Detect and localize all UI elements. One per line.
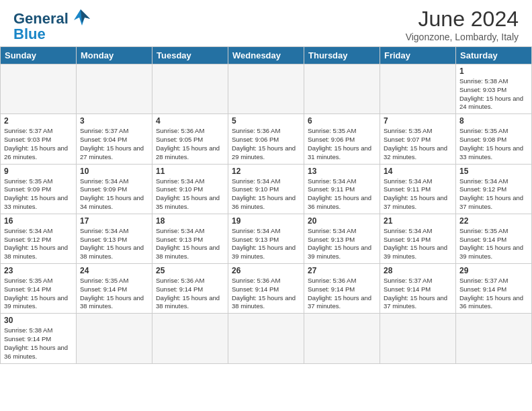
day-number: 15 bbox=[459, 167, 528, 176]
day-number: 9 bbox=[4, 167, 73, 176]
day-info: Sunrise: 5:35 AMSunset: 9:14 PMDaylight:… bbox=[80, 277, 148, 311]
day-info: Sunrise: 5:36 AMSunset: 9:06 PMDaylight:… bbox=[232, 127, 300, 161]
day-number: 19 bbox=[232, 216, 300, 226]
calendar-cell: 23Sunrise: 5:35 AMSunset: 9:14 PMDayligh… bbox=[1, 264, 77, 314]
calendar-week-row: 2Sunrise: 5:37 AMSunset: 9:03 PMDaylight… bbox=[1, 114, 532, 164]
svg-marker-1 bbox=[81, 9, 90, 23]
day-info: Sunrise: 5:35 AMSunset: 9:06 PMDaylight:… bbox=[308, 127, 376, 161]
day-info: Sunrise: 5:34 AMSunset: 9:14 PMDaylight:… bbox=[384, 227, 452, 261]
day-info: Sunrise: 5:34 AMSunset: 9:13 PMDaylight:… bbox=[80, 227, 148, 261]
day-number: 6 bbox=[308, 116, 376, 126]
day-info: Sunrise: 5:37 AMSunset: 9:14 PMDaylight:… bbox=[384, 277, 452, 311]
day-info: Sunrise: 5:37 AMSunset: 9:03 PMDaylight:… bbox=[4, 127, 73, 161]
calendar-header-row: Sunday Monday Tuesday Wednesday Thursday… bbox=[1, 47, 532, 64]
col-tuesday: Tuesday bbox=[152, 47, 228, 64]
calendar-cell: 15Sunrise: 5:34 AMSunset: 9:12 PMDayligh… bbox=[456, 164, 532, 214]
calendar-cell: 21Sunrise: 5:34 AMSunset: 9:14 PMDayligh… bbox=[380, 214, 456, 263]
calendar-cell: 6Sunrise: 5:35 AMSunset: 9:06 PMDaylight… bbox=[304, 114, 380, 164]
day-info: Sunrise: 5:34 AMSunset: 9:10 PMDaylight:… bbox=[156, 177, 224, 212]
calendar-cell bbox=[77, 314, 152, 363]
day-info: Sunrise: 5:35 AMSunset: 9:09 PMDaylight:… bbox=[4, 177, 73, 212]
calendar-cell bbox=[380, 314, 456, 363]
day-number: 4 bbox=[156, 116, 224, 126]
day-info: Sunrise: 5:37 AMSunset: 9:04 PMDaylight:… bbox=[80, 127, 148, 161]
day-number: 16 bbox=[4, 216, 73, 226]
calendar-cell: 18Sunrise: 5:34 AMSunset: 9:13 PMDayligh… bbox=[152, 214, 228, 263]
calendar-cell: 19Sunrise: 5:34 AMSunset: 9:13 PMDayligh… bbox=[228, 214, 304, 263]
day-info: Sunrise: 5:36 AMSunset: 9:14 PMDaylight:… bbox=[308, 277, 376, 311]
calendar-week-row: 23Sunrise: 5:35 AMSunset: 9:14 PMDayligh… bbox=[1, 264, 532, 314]
calendar-table: Sunday Monday Tuesday Wednesday Thursday… bbox=[0, 46, 532, 364]
day-number: 7 bbox=[384, 116, 452, 126]
day-number: 26 bbox=[232, 266, 300, 275]
day-info: Sunrise: 5:36 AMSunset: 9:14 PMDaylight:… bbox=[232, 277, 300, 311]
day-number: 3 bbox=[80, 116, 148, 126]
calendar-cell: 8Sunrise: 5:35 AMSunset: 9:08 PMDaylight… bbox=[456, 114, 532, 164]
day-number: 13 bbox=[308, 167, 376, 176]
calendar-cell: 5Sunrise: 5:36 AMSunset: 9:06 PMDaylight… bbox=[228, 114, 304, 164]
calendar-cell: 22Sunrise: 5:35 AMSunset: 9:14 PMDayligh… bbox=[456, 214, 532, 263]
calendar-cell: 10Sunrise: 5:34 AMSunset: 9:09 PMDayligh… bbox=[77, 164, 152, 214]
calendar-cell: 7Sunrise: 5:35 AMSunset: 9:07 PMDaylight… bbox=[380, 114, 456, 164]
calendar-cell: 1Sunrise: 5:38 AMSunset: 9:03 PMDaylight… bbox=[456, 64, 532, 114]
calendar-cell: 29Sunrise: 5:37 AMSunset: 9:14 PMDayligh… bbox=[456, 264, 532, 314]
calendar-cell: 11Sunrise: 5:34 AMSunset: 9:10 PMDayligh… bbox=[152, 164, 228, 214]
day-number: 24 bbox=[80, 266, 148, 275]
day-info: Sunrise: 5:36 AMSunset: 9:14 PMDaylight:… bbox=[156, 277, 224, 311]
calendar-cell bbox=[152, 64, 228, 114]
logo-text: General bbox=[13, 11, 69, 26]
col-sunday: Sunday bbox=[1, 47, 77, 64]
month-year: June 2024 bbox=[406, 7, 519, 32]
day-info: Sunrise: 5:34 AMSunset: 9:13 PMDaylight:… bbox=[308, 227, 376, 261]
day-info: Sunrise: 5:34 AMSunset: 9:10 PMDaylight:… bbox=[232, 177, 300, 212]
day-number: 10 bbox=[80, 167, 148, 176]
day-number: 25 bbox=[156, 266, 224, 275]
calendar-cell bbox=[380, 64, 456, 114]
calendar-week-row: 16Sunrise: 5:34 AMSunset: 9:12 PMDayligh… bbox=[1, 214, 532, 263]
calendar-week-row: 30Sunrise: 5:38 AMSunset: 9:14 PMDayligh… bbox=[1, 314, 532, 363]
day-number: 11 bbox=[156, 167, 224, 176]
title-block: June 2024 Vigonzone, Lombardy, Italy bbox=[406, 7, 519, 42]
day-info: Sunrise: 5:35 AMSunset: 9:14 PMDaylight:… bbox=[4, 277, 73, 311]
logo: General Blue bbox=[13, 7, 93, 43]
logo-bird-icon bbox=[69, 7, 93, 31]
calendar-cell bbox=[77, 64, 152, 114]
calendar-cell bbox=[304, 64, 380, 114]
calendar-cell bbox=[228, 314, 304, 363]
calendar-cell: 4Sunrise: 5:36 AMSunset: 9:05 PMDaylight… bbox=[152, 114, 228, 164]
day-number: 21 bbox=[384, 216, 452, 226]
day-info: Sunrise: 5:34 AMSunset: 9:09 PMDaylight:… bbox=[80, 177, 148, 212]
calendar-cell: 27Sunrise: 5:36 AMSunset: 9:14 PMDayligh… bbox=[304, 264, 380, 314]
col-thursday: Thursday bbox=[304, 47, 380, 64]
col-monday: Monday bbox=[77, 47, 152, 64]
day-info: Sunrise: 5:34 AMSunset: 9:11 PMDaylight:… bbox=[384, 177, 452, 212]
day-info: Sunrise: 5:34 AMSunset: 9:12 PMDaylight:… bbox=[459, 177, 528, 212]
day-number: 29 bbox=[459, 266, 528, 275]
calendar-cell: 14Sunrise: 5:34 AMSunset: 9:11 PMDayligh… bbox=[380, 164, 456, 214]
day-number: 28 bbox=[384, 266, 452, 275]
day-number: 27 bbox=[308, 266, 376, 275]
logo-blue: Blue bbox=[13, 26, 46, 43]
day-info: Sunrise: 5:38 AMSunset: 9:14 PMDaylight:… bbox=[4, 326, 73, 361]
calendar-cell: 24Sunrise: 5:35 AMSunset: 9:14 PMDayligh… bbox=[77, 264, 152, 314]
day-number: 20 bbox=[308, 216, 376, 226]
calendar-cell bbox=[152, 314, 228, 363]
day-number: 2 bbox=[4, 116, 73, 126]
calendar-cell bbox=[228, 64, 304, 114]
day-info: Sunrise: 5:34 AMSunset: 9:11 PMDaylight:… bbox=[308, 177, 376, 212]
day-info: Sunrise: 5:35 AMSunset: 9:07 PMDaylight:… bbox=[384, 127, 452, 161]
day-number: 12 bbox=[232, 167, 300, 176]
calendar-week-row: 9Sunrise: 5:35 AMSunset: 9:09 PMDaylight… bbox=[1, 164, 532, 214]
day-number: 17 bbox=[80, 216, 148, 226]
day-info: Sunrise: 5:35 AMSunset: 9:14 PMDaylight:… bbox=[459, 227, 528, 261]
calendar-cell: 30Sunrise: 5:38 AMSunset: 9:14 PMDayligh… bbox=[1, 314, 77, 363]
day-info: Sunrise: 5:34 AMSunset: 9:12 PMDaylight:… bbox=[4, 227, 73, 261]
day-info: Sunrise: 5:34 AMSunset: 9:13 PMDaylight:… bbox=[156, 227, 224, 261]
day-number: 8 bbox=[459, 116, 528, 126]
calendar-body: 1Sunrise: 5:38 AMSunset: 9:03 PMDaylight… bbox=[1, 64, 532, 364]
day-number: 30 bbox=[4, 316, 73, 325]
day-number: 5 bbox=[232, 116, 300, 126]
col-friday: Friday bbox=[380, 47, 456, 64]
calendar-cell bbox=[456, 314, 532, 363]
day-number: 23 bbox=[4, 266, 73, 275]
